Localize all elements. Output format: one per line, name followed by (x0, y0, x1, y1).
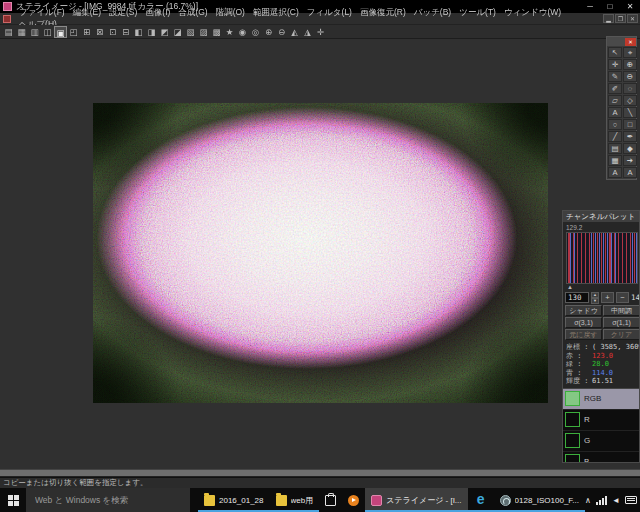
tool-button-zoom-out[interactable]: ⊖ (623, 71, 637, 82)
toolbar-button-zoom-out[interactable]: ⊖ (275, 26, 288, 38)
taskbar-button-folder-web[interactable]: web用 (270, 488, 320, 512)
tool-button-text-filled[interactable]: A (623, 167, 637, 178)
close-button[interactable]: ✕ (620, 0, 640, 13)
horizontal-scrollbar[interactable] (0, 469, 640, 477)
toolbar-button-zoom-in[interactable]: ⊕ (262, 26, 275, 38)
taskbar-button-folder-2016-01-28[interactable]: 2016_01_28 (198, 488, 270, 512)
toolbar-button-open[interactable]: ▤ (2, 26, 15, 38)
spinner-down-icon[interactable]: ▼ (591, 298, 599, 304)
tool-button-target[interactable]: ⌖ (623, 47, 637, 58)
toolbar-button-flip-v[interactable]: ◮ (301, 26, 314, 38)
tool-palette-close-icon[interactable]: ✕ (625, 38, 636, 46)
level-input[interactable]: 130 (565, 292, 589, 303)
tone-button[interactable]: 中間調 (603, 305, 640, 316)
channel-palette-titlebar[interactable]: チャンネルパレット (563, 211, 640, 222)
tool-button-text[interactable]: A (608, 107, 622, 118)
toolbar-button-stack[interactable]: ◩ (158, 26, 171, 38)
toolbar-button-save-all[interactable]: ▥ (28, 26, 41, 38)
menu-item[interactable]: 範囲選択(C) (249, 7, 303, 17)
menu-item[interactable]: 設定(S) (105, 7, 141, 17)
action-button[interactable]: 元に戻す (565, 329, 602, 340)
toolbar-button-filter[interactable]: ◉ (236, 26, 249, 38)
toolbar-button-flip-h[interactable]: ◭ (288, 26, 301, 38)
image-canvas[interactable] (93, 103, 548, 403)
channel-row[interactable]: G (563, 431, 640, 452)
menu-item[interactable]: バッチ(B) (410, 7, 455, 17)
network-icon[interactable] (596, 496, 607, 505)
tool-button-image-tool[interactable]: ▦ (608, 155, 622, 166)
tool-button-ellipse[interactable]: ○ (608, 119, 622, 130)
taskbar-button-photo-viewer[interactable]: 0128_ISO100_F... (494, 488, 586, 512)
tool-button-arrow[interactable]: ➔ (623, 155, 637, 166)
channel-row[interactable]: R (563, 410, 640, 431)
speaker-icon[interactable]: ◄ (612, 496, 620, 505)
toolbar-button-star-detect[interactable]: ★ (223, 26, 236, 38)
menu-item[interactable]: 合成(G) (174, 7, 211, 17)
minus-button[interactable]: − (616, 292, 629, 303)
taskbar-button-edge-browser[interactable]: e (468, 488, 494, 512)
mdi-restore-button[interactable]: ❐ (615, 14, 626, 23)
tray-expand-icon[interactable]: ∧ (585, 496, 591, 505)
toolbar-button-image-info[interactable]: ⊞ (80, 26, 93, 38)
toolbar-button-composite[interactable]: ◧ (132, 26, 145, 38)
menu-item[interactable]: 階調(O) (212, 7, 249, 17)
toolbar-button-select-area[interactable]: ⊠ (93, 26, 106, 38)
menu-item[interactable]: ツール(T) (455, 7, 500, 17)
taskbar-search-input[interactable] (26, 488, 190, 512)
taskbar-button-store[interactable] (319, 488, 342, 512)
menu-item[interactable]: フィルタ(L) (303, 7, 356, 17)
toolbar-button-curves[interactable]: ▨ (197, 26, 210, 38)
toolbar-button-rotate[interactable]: ◰ (67, 26, 80, 38)
menu-item[interactable]: 画像復元(R) (356, 7, 410, 17)
toolbar-button-crosshair[interactable]: ✛ (314, 26, 327, 38)
tone-button[interactable]: シャドウ (565, 305, 602, 316)
maximize-button[interactable]: □ (600, 0, 620, 13)
histogram-slider-marker[interactable]: ▲ (563, 284, 640, 290)
stat-label: 座標 : (566, 343, 592, 352)
sigma-button[interactable]: σ(1,1) (603, 317, 640, 328)
plus-button[interactable]: + (601, 292, 614, 303)
toolbar-button-magic-wand[interactable]: ⊡ (106, 26, 119, 38)
tool-palette-titlebar[interactable]: ✕ (607, 37, 636, 46)
tool-button-pen-nib[interactable]: ✒ (623, 131, 637, 142)
touch-keyboard-icon[interactable] (625, 496, 637, 504)
tool-button-rectangle[interactable]: □ (623, 119, 637, 130)
toolbar-button-matrix[interactable]: ▩ (210, 26, 223, 38)
start-button[interactable] (0, 488, 26, 512)
toolbar-button-measure[interactable]: ⊟ (119, 26, 132, 38)
channel-row[interactable]: B (563, 452, 640, 464)
tool-button-text-outline[interactable]: A (608, 167, 622, 178)
menu-item[interactable]: 編集(E) (69, 7, 105, 17)
tool-button-dropper[interactable]: ◌ (623, 83, 637, 94)
toolbar-button-align[interactable]: ◨ (145, 26, 158, 38)
toolbar-button-crop-selection[interactable]: ▣ (54, 26, 67, 38)
menu-item[interactable]: ウィンドウ(W) (500, 7, 565, 17)
tool-button-marker[interactable]: ▱ (608, 95, 622, 106)
tool-button-line[interactable]: ╲ (623, 107, 637, 118)
tool-button-gradient[interactable]: ▤ (608, 143, 622, 154)
tool-button-select-arrow[interactable]: ↖ (608, 47, 622, 58)
tool-button-diamond-select[interactable]: ◇ (623, 95, 637, 106)
menu-item[interactable]: 画像(I) (141, 7, 174, 17)
taskbar-button-stellaimage[interactable]: ステライメージ - [I... (365, 488, 467, 512)
tool-button-pencil[interactable]: ✐ (608, 83, 622, 94)
toolbar-button-save[interactable]: ▦ (15, 26, 28, 38)
mdi-minimize-button[interactable]: ▂ (603, 14, 614, 23)
histogram[interactable] (566, 232, 638, 284)
tool-button-diagonal-line[interactable]: ╱ (608, 131, 622, 142)
toolbar-button-copy[interactable]: ◫ (41, 26, 54, 38)
toolbar-button-sharpen[interactable]: ◎ (249, 26, 262, 38)
tool-button-zoom-in[interactable]: ⊕ (623, 59, 637, 70)
sigma-button[interactable]: σ(3,1) (565, 317, 602, 328)
channel-row[interactable]: RGB (563, 389, 640, 410)
taskbar-button-media-player[interactable] (342, 488, 365, 512)
tool-button-hand[interactable]: ✛ (608, 59, 622, 70)
tool-button-pen[interactable]: ✎ (608, 71, 622, 82)
mdi-close-button[interactable]: ✕ (627, 14, 638, 23)
action-button[interactable]: クリア (603, 329, 640, 340)
toolbar-button-levels[interactable]: ▧ (184, 26, 197, 38)
tool-button-stamp[interactable]: ◆ (623, 143, 637, 154)
toolbar-button-batch[interactable]: ◪ (171, 26, 184, 38)
level-spinner[interactable]: ▲ ▼ (591, 292, 599, 303)
menu-item[interactable]: ファイル(F) (15, 7, 69, 17)
